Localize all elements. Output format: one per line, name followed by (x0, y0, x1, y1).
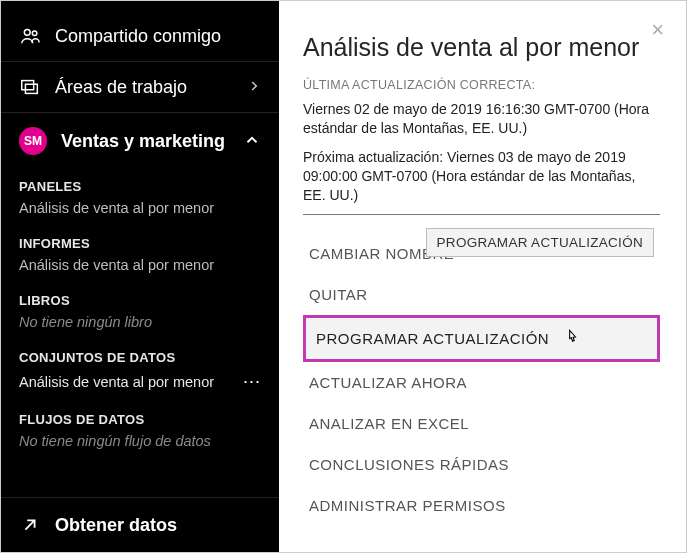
sidebar-item-dataset[interactable]: Análisis de venta al por menor ··· (1, 367, 279, 402)
svg-point-0 (24, 29, 30, 35)
sidebar-item-report[interactable]: Análisis de venta al por menor (1, 253, 279, 283)
workspace-name: Ventas y marketing (61, 131, 229, 152)
more-icon[interactable]: ··· (237, 371, 261, 392)
nav-get-data[interactable]: Obtener datos (1, 497, 279, 552)
menu-analyze-excel[interactable]: ANALIZAR EN EXCEL (303, 403, 660, 444)
workspaces-icon (19, 76, 41, 98)
next-refresh-value: Próxima actualización: Viernes 03 de may… (303, 148, 660, 205)
svg-point-1 (32, 31, 37, 36)
nav-label: Compartido conmigo (55, 26, 261, 47)
section-header-workbooks: LIBROS (1, 283, 279, 310)
close-icon[interactable]: × (651, 19, 664, 41)
svg-rect-3 (25, 84, 37, 93)
sidebar: Compartido conmigo Áreas de trabajo SM V… (1, 1, 279, 552)
menu-remove[interactable]: QUITAR PROGRAMAR ACTUALIZACIÓN (303, 274, 660, 315)
nav-workspaces[interactable]: Áreas de trabajo (1, 61, 279, 113)
people-icon (19, 25, 41, 47)
panel-title: Análisis de venta al por menor (303, 33, 660, 62)
section-header-reports: INFORMES (1, 226, 279, 253)
section-header-datasets: CONJUNTOS DE DATOS (1, 340, 279, 367)
section-header-dataflows: FLUJOS DE DATOS (1, 402, 279, 429)
menu-manage-permissions[interactable]: ADMINISTRAR PERMISOS (303, 485, 660, 526)
context-panel: × Análisis de venta al por menor ÚLTIMA … (279, 1, 686, 552)
last-refresh-label: ÚLTIMA ACTUALIZACIÓN CORRECTA: (303, 78, 660, 92)
sidebar-empty-workbooks: No tiene ningún libro (1, 310, 279, 340)
cursor-icon (563, 326, 583, 353)
last-refresh-value: Viernes 02 de mayo de 2019 16:16:30 GMT-… (303, 100, 660, 138)
menu-quick-insights[interactable]: CONCLUSIONES RÁPIDAS (303, 444, 660, 485)
tooltip: PROGRAMAR ACTUALIZACIÓN (426, 228, 654, 257)
nav-label: Obtener datos (55, 515, 177, 536)
menu-refresh-now[interactable]: ACTUALIZAR AHORA (303, 362, 660, 403)
sidebar-item-panel[interactable]: Análisis de venta al por menor (1, 196, 279, 226)
sidebar-empty-dataflows: No tiene ningún flujo de datos (1, 429, 279, 459)
divider (303, 214, 660, 215)
chevron-up-icon (243, 131, 261, 152)
nav-label: Áreas de trabajo (55, 77, 233, 98)
nav-shared-with-me[interactable]: Compartido conmigo (1, 11, 279, 61)
workspace-badge: SM (19, 127, 47, 155)
active-workspace[interactable]: SM Ventas y marketing (1, 113, 279, 169)
arrow-out-icon (19, 514, 41, 536)
section-header-panels: PANELES (1, 169, 279, 196)
svg-rect-2 (22, 81, 34, 90)
menu-schedule-refresh[interactable]: PROGRAMAR ACTUALIZACIÓN (303, 315, 660, 362)
chevron-right-icon (247, 77, 261, 98)
